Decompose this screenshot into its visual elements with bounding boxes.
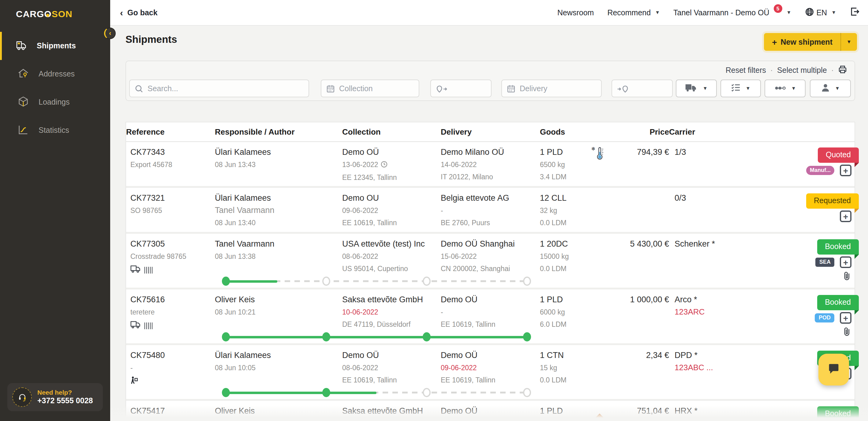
sidebar-item-shipments[interactable]: Shipments <box>0 32 110 60</box>
shipment-row[interactable]: CK77321 SO 98765 Ülari Kalamees Tanel Va… <box>126 186 855 232</box>
progress-node <box>423 277 431 286</box>
route-dots-icon <box>774 84 786 93</box>
reference-icons <box>130 376 215 388</box>
new-shipment-caret[interactable]: ▼ <box>840 33 857 51</box>
headset-icon <box>12 387 32 407</box>
delivery-date-input[interactable] <box>501 79 602 97</box>
expand-row-button[interactable]: + <box>840 312 851 324</box>
filter-card: Reset filters · Select multiple · <box>125 61 855 101</box>
reference: CK75417 <box>130 405 215 417</box>
responsible-cell: Ülari Kalamees Tanel Vaarmann 08 Jun 13:… <box>215 188 342 232</box>
paperclip-icon[interactable] <box>843 271 850 283</box>
brand-logo[interactable]: CARGOSON <box>0 0 110 19</box>
sidebar-item-label: Statistics <box>38 126 69 135</box>
delivery-name: Demo OÜ <box>441 349 540 362</box>
shipment-row[interactable]: CK75417 Ostutellimus 123 Oliver Keis 08 … <box>126 399 855 421</box>
reference-icons <box>130 320 215 331</box>
sidebar-item-label: Loadings <box>38 98 70 106</box>
progress-node <box>322 332 330 342</box>
print-button[interactable] <box>838 65 847 76</box>
list-filter-button[interactable]: ▼ <box>720 79 761 97</box>
responsible-2: Tanel Vaarmann <box>215 204 342 217</box>
tag-badge: Manuf... <box>806 166 834 175</box>
collection-date: 09-06-2022 <box>342 204 441 217</box>
origin-input[interactable] <box>430 79 492 97</box>
carrier-filter-button[interactable]: ▼ <box>676 79 717 97</box>
sidebar-nav: Shipments Addresses Loadings Statistics <box>0 32 110 144</box>
go-back-button[interactable]: ‹ Go back <box>120 8 158 17</box>
page-title: Shipments <box>125 34 177 45</box>
search-input[interactable] <box>129 79 309 97</box>
expand-row-button[interactable]: + <box>840 165 851 176</box>
plus-icon: + <box>772 37 777 47</box>
price-cell: 1 000,00 € <box>611 289 669 343</box>
reference-cell: CK75616 teretere <box>126 289 215 343</box>
caret-down-icon: ▼ <box>791 86 796 91</box>
courier-icon <box>130 376 138 388</box>
price: 2,34 € <box>611 349 669 362</box>
author-filter-button[interactable]: ▼ <box>810 79 851 97</box>
destination-input[interactable] <box>612 79 673 97</box>
carrier-cell: Schenker * <box>669 234 749 288</box>
goods-cell: 1 CTN 15 kg 0.0 LDM <box>540 345 593 399</box>
content-area: Shipments + New shipment ▼ Reset filters… <box>110 26 868 421</box>
help-phone[interactable]: +372 5555 0028 <box>37 396 93 406</box>
expand-row-button[interactable]: + <box>840 256 851 268</box>
delivery-address: IT 20122, Milano <box>441 171 540 183</box>
recommend-menu[interactable]: Recommend ▼ <box>607 8 660 17</box>
select-multiple-link[interactable]: Select multiple <box>777 66 827 75</box>
sidebar-item-addresses[interactable]: Addresses <box>0 60 110 88</box>
new-shipment-button[interactable]: + New shipment ▼ <box>764 33 857 51</box>
delivery-name: Demo Milano OÜ <box>441 146 540 159</box>
user-menu[interactable]: Tanel Vaarmann - Demo OÜ 5 ▼ <box>673 8 791 17</box>
filter-row: ▼ ▼ ▼ ▼ <box>126 79 855 97</box>
delivery-address: EE 10619, Tallinn <box>441 318 540 330</box>
shipment-row[interactable]: CK75616 teretere Oliver Keis 08 Jun 10:2… <box>126 288 855 343</box>
chat-widget-button[interactable] <box>818 354 849 386</box>
chevron-left-icon: ‹ <box>120 9 123 16</box>
delivery-cell: Demo Milano OÜ 14-06-2022 IT 20122, Mila… <box>441 142 540 186</box>
new-shipment-main[interactable]: + New shipment <box>764 37 840 47</box>
reset-filters-link[interactable]: Reset filters <box>726 66 766 75</box>
tracking-link[interactable]: 123ARC <box>675 306 749 318</box>
globe-icon <box>805 7 814 18</box>
chat-bubble-icon <box>827 362 841 378</box>
hazard-cell <box>593 188 611 232</box>
shipment-row[interactable]: CK77343 Export 45678 Ülari Kalamees 08 J… <box>126 142 855 186</box>
goods-cell: 1 PLD 6000 kg 6.0 LDM <box>540 289 593 343</box>
temperature-icon: ❄ <box>593 147 605 162</box>
logo-text-white: CARG <box>16 8 44 19</box>
goods-ldm: 0.0 LDM <box>540 262 593 275</box>
expand-row-button[interactable]: + <box>840 210 851 222</box>
price: 794,39 € <box>611 146 669 159</box>
tag-badge: SEA <box>816 258 834 267</box>
tracking-link[interactable]: 123ABC ... <box>675 362 749 374</box>
sidebar-collapse-button[interactable]: ‹ <box>104 28 116 39</box>
responsible-cell: Oliver Keis 08 Jun 10:01 <box>215 401 342 421</box>
caret-down-icon: ▼ <box>835 86 840 91</box>
delivery-date: - <box>441 204 540 217</box>
shipment-progress <box>226 332 527 342</box>
shipment-row[interactable]: CK75480 - Ülari Kalamees 08 Jun 10:05 De… <box>126 343 855 399</box>
delivery-address: BE 2760, Puurs <box>441 217 540 229</box>
paperclip-icon[interactable] <box>843 327 850 339</box>
house-pin-icon <box>17 67 29 81</box>
sidebar-item-statistics[interactable]: Statistics <box>0 116 110 144</box>
hazard-cell: ❄ <box>593 142 611 186</box>
help-card[interactable]: Need help? +372 5555 0028 <box>7 383 103 411</box>
sidebar-item-loadings[interactable]: Loadings <box>0 88 110 116</box>
user-name: Tanel Vaarmann - Demo OÜ <box>673 8 770 17</box>
language-menu[interactable]: EN ▼ <box>805 7 836 18</box>
goods-qty: 1 PLD <box>540 405 593 417</box>
collection-date-input[interactable] <box>321 79 419 97</box>
delivery-name: Belgia ettevote AG <box>441 192 540 204</box>
logout-button[interactable] <box>850 7 860 19</box>
notification-badge[interactable]: 5 <box>774 4 782 12</box>
collection-name: Demo OÜ <box>342 349 441 362</box>
status-filter-button[interactable]: ▼ <box>765 79 806 97</box>
newsroom-link[interactable]: Newsroom <box>557 8 594 17</box>
delivery-name: Demo OÜ Shanghai <box>441 238 540 250</box>
shipment-row[interactable]: CK77305 Crosstrade 98765 Tanel Vaarmann … <box>126 232 855 288</box>
progress-node <box>222 277 230 286</box>
delivery-name: Demo OÜ <box>441 405 540 417</box>
